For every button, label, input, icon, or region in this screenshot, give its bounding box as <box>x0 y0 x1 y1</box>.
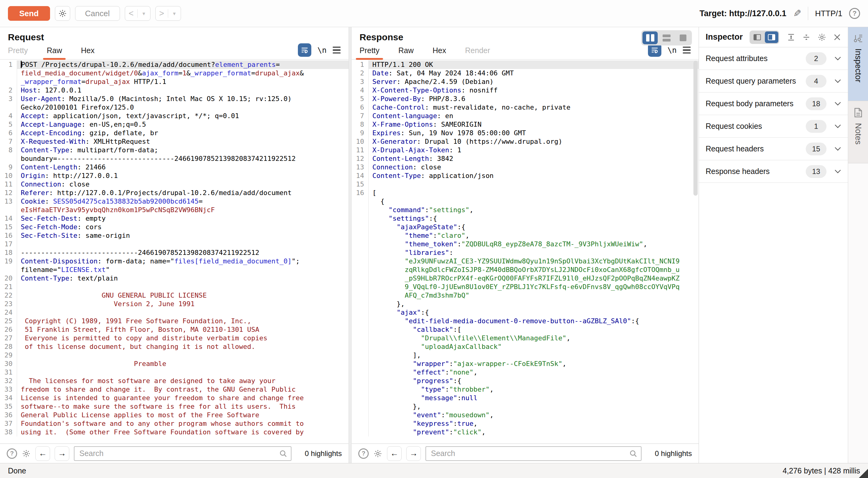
code-line[interactable]: 19Content-Disposition: form-data; name="… <box>0 257 348 266</box>
code-line[interactable]: "event":"mousedown", <box>351 411 699 419</box>
code-line[interactable]: "ajax":{ <box>351 308 699 317</box>
layout-rows-button[interactable] <box>659 31 674 44</box>
search-settings-icon[interactable] <box>22 449 31 458</box>
code-line[interactable]: "wrapper":"ajax-wrapper--CFoEkE9TnSk", <box>351 360 699 368</box>
sidebar-tab-inspector[interactable]: Inspector <box>848 27 868 101</box>
code-line[interactable]: 9Content-Length: 21466 <box>0 163 348 172</box>
sidebar-tab-notes[interactable]: Notes <box>848 101 868 163</box>
code-line[interactable]: zqRlkgDdlcFWZoISJP8-ZM40dBBQoOrbX7DYsLJ2… <box>351 266 699 274</box>
tab-hex[interactable]: Hex <box>81 46 94 59</box>
code-line[interactable]: 30 Preamble <box>0 360 348 368</box>
code-line[interactable]: 13Cookie: SESS05d4275ca1538832b5ab92000b… <box>0 197 348 206</box>
code-line[interactable]: }, <box>351 300 699 308</box>
next-match-button[interactable]: → <box>406 446 421 461</box>
cancel-button[interactable]: Cancel <box>75 6 120 21</box>
code-line[interactable]: 8Content-Type: multipart/form-data; <box>0 146 348 154</box>
code-line[interactable]: "keypress":true, <box>351 419 699 428</box>
code-line[interactable]: 33freedom to share and change it. By con… <box>0 385 348 394</box>
code-line[interactable]: 35software--to make sure the software is… <box>0 402 348 411</box>
code-line[interactable]: "edit-field-media-document-0-remove-butt… <box>351 317 699 325</box>
request-editor[interactable]: 1POST /Projects/drupal-10.2.6/media/add/… <box>0 60 348 444</box>
code-line[interactable]: 2Host: 127.0.0.1 <box>0 86 348 95</box>
inspector-close-button[interactable] <box>833 33 841 41</box>
code-line[interactable]: 15Sec-Fetch-Mode: cors <box>0 223 348 231</box>
code-line[interactable]: "effect":"none", <box>351 368 699 377</box>
tab-render[interactable]: Render <box>465 46 490 59</box>
inspector-section-response-headers[interactable]: Response headers 13 <box>699 160 848 183</box>
code-line[interactable]: 25 Copyright (C) 1989, 1991 Free Softwar… <box>0 317 348 325</box>
code-line[interactable]: 10Origin: http://127.0.0.1 <box>0 172 348 180</box>
code-line[interactable]: 7X-Requested-With: XMLHttpRequest <box>0 137 348 146</box>
newline-toggle[interactable]: \n <box>317 46 327 55</box>
code-line[interactable]: 20Content-Type: text/plain <box>0 274 348 282</box>
code-line[interactable]: "prevent":"click", <box>351 428 699 437</box>
collapse-all-button[interactable] <box>802 33 811 41</box>
code-line[interactable]: 15 <box>351 180 699 189</box>
code-line[interactable]: 34License is intended to guarantee your … <box>0 394 348 402</box>
layout-columns-button[interactable] <box>643 31 658 44</box>
code-line[interactable]: 37Foundation's software and to any other… <box>0 419 348 428</box>
word-wrap-toggle[interactable] <box>298 43 311 57</box>
code-line[interactable]: 9_VQqLf0-JjUEwn8U1ov0EY_rZPBLJ1Yc7KLFsfq… <box>351 282 699 291</box>
code-line[interactable]: 6Accept-Encoding: gzip, deflate, br <box>0 129 348 137</box>
send-settings-button[interactable] <box>55 6 70 21</box>
inspector-section-request-attributes[interactable]: Request attributes 2 <box>699 47 848 70</box>
code-line[interactable]: 32 The licenses for most software are de… <box>0 377 348 385</box>
code-line[interactable]: "eJx9UNFuwzAI_CE3-YZ9SUUIWdmw8Qyu1n19nSp… <box>351 257 699 266</box>
code-line[interactable]: 36General Public License applies to most… <box>0 411 348 419</box>
code-line[interactable]: "theme_token":"ZQDBULqR8_eypZ8eA78_8azcT… <box>351 240 699 248</box>
code-line[interactable]: "progress":{ <box>351 377 699 385</box>
tab-pretty[interactable]: Pretty <box>8 46 28 59</box>
inspector-section-request-query-parameters[interactable]: Request query parameters 4 <box>699 70 848 92</box>
code-line[interactable]: 9Expires: Sun, 19 Nov 1978 05:00:00 GMT <box>351 129 699 137</box>
code-line[interactable]: "libraries": <box>351 248 699 257</box>
code-line[interactable]: _wrapper_format=drupal_ajax HTTP/1.1 <box>0 78 348 86</box>
code-line[interactable]: 8X-Frame-Options: SAMEORIGIN <box>351 120 699 129</box>
code-line[interactable]: 22 GNU GENERAL PUBLIC LICENSE <box>0 291 348 300</box>
code-line[interactable]: AFQ_c7md3shm7bQ" <box>351 291 699 300</box>
back-button[interactable]: < ▼ <box>125 6 151 21</box>
code-line[interactable]: 6Cache-Control: must-revalidate, no-cach… <box>351 103 699 112</box>
prev-match-button[interactable]: ← <box>387 446 402 461</box>
search-settings-icon[interactable] <box>373 449 382 458</box>
code-line[interactable]: 3User-Agent: Mozilla/5.0 (Macintosh; Int… <box>0 95 348 103</box>
http-version-label[interactable]: HTTP/1 <box>815 9 842 18</box>
scrollbar-thumb[interactable] <box>693 61 698 196</box>
code-line[interactable]: 17 <box>0 240 348 248</box>
pencil-icon[interactable]: ✎ <box>793 8 802 19</box>
inspector-section-request-headers[interactable]: Request headers 15 <box>699 138 848 160</box>
code-line[interactable]: "Drupal\\file\\Element\\ManagedFile", <box>351 334 699 342</box>
code-line[interactable]: 10X-Generator: Drupal 10 (https://www.dr… <box>351 137 699 146</box>
code-line[interactable]: ], <box>351 351 699 360</box>
panel-splitter[interactable] <box>348 27 351 463</box>
dock-left-button[interactable] <box>750 31 764 43</box>
code-line[interactable]: 21 <box>0 282 348 291</box>
code-line[interactable]: 31 <box>0 368 348 377</box>
code-line[interactable]: "callback":[ <box>351 325 699 334</box>
code-line[interactable]: 12Content-Length: 3842 <box>351 154 699 163</box>
code-line[interactable]: Gecko/20100101 Firefox/125.0 <box>0 103 348 112</box>
code-line[interactable]: 13Connection: close <box>351 163 699 172</box>
help-icon[interactable]: ? <box>7 448 17 459</box>
code-line[interactable]: 16[ <box>351 189 699 197</box>
code-line[interactable]: 1POST /Projects/drupal-10.2.6/media/add/… <box>0 60 348 69</box>
code-line[interactable]: 12Referer: http://127.0.0.1/Projects/dru… <box>0 189 348 197</box>
code-line[interactable]: 18-----------------------------246619078… <box>0 248 348 257</box>
code-line[interactable]: 11X-Drupal-Ajax-Token: 1 <box>351 146 699 154</box>
code-line[interactable]: 4Accept: application/json, text/javascri… <box>0 112 348 120</box>
dock-right-button[interactable] <box>765 31 778 43</box>
code-line[interactable]: 14Sec-Fetch-Dest: empty <box>0 214 348 223</box>
code-line[interactable]: 1HTTP/1.1 200 OK <box>351 60 699 69</box>
code-line[interactable]: "command":"settings", <box>351 206 699 214</box>
code-line[interactable]: 5X-Powered-By: PHP/8.3.6 <box>351 95 699 103</box>
code-line[interactable]: field_media_document/widget/0&ajax_form=… <box>0 69 348 78</box>
code-line[interactable]: 11Connection: close <box>0 180 348 189</box>
newline-toggle[interactable]: \n <box>668 46 677 55</box>
tab-raw[interactable]: Raw <box>398 46 413 59</box>
code-line[interactable]: "uploadAjaxCallback" <box>351 342 699 351</box>
dropdown-caret-icon[interactable]: ▼ <box>168 6 181 21</box>
code-line[interactable]: 24 <box>0 308 348 317</box>
tab-hex[interactable]: Hex <box>432 46 446 59</box>
next-match-button[interactable]: → <box>55 446 69 461</box>
response-editor[interactable]: 1HTTP/1.1 200 OK2Date: Sat, 04 May 2024 … <box>351 60 699 444</box>
